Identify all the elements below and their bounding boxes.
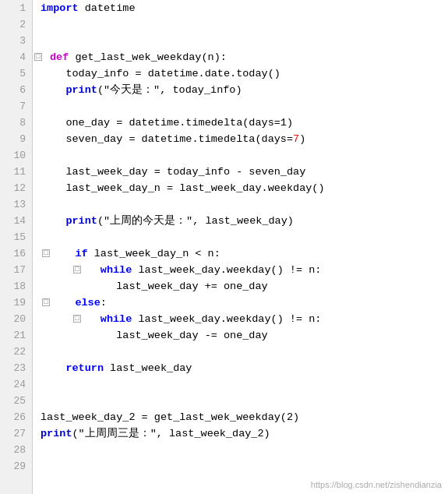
line-num-18: 18 (0, 278, 32, 295)
line-num-25: 25 (0, 393, 32, 409)
code-line-1: import datetime (33, 0, 448, 16)
line-num-15: 15 (0, 229, 32, 245)
code-line-24 (33, 376, 448, 393)
line-num-28: 28 (0, 442, 32, 458)
keyword-print-6: print (65, 84, 97, 96)
fold-icon-16[interactable]: □ (42, 249, 50, 257)
code-line-25 (33, 393, 448, 409)
line-numbers: 1 2 3 4 5 6 7 8 9 10 11 12 13 14 15 16 1… (0, 0, 33, 494)
line-num-9: 9 (0, 131, 32, 147)
keyword-print-14: print (65, 215, 97, 227)
line-num-21: 21 (0, 327, 32, 344)
code-line-29 (33, 458, 448, 475)
line-num-4: 4 (0, 49, 32, 65)
line-num-16: 16 (0, 245, 32, 262)
line-num-1: 1 (0, 0, 32, 16)
keyword-if: if (75, 248, 87, 259)
number-7: 7 (293, 133, 299, 145)
line-num-20: 20 (0, 311, 32, 327)
line-num-10: 10 (0, 147, 32, 164)
line-num-2: 2 (0, 16, 32, 33)
keyword-else: else (75, 297, 100, 309)
code-line-16: □ if last_week_day_n < n: (33, 245, 448, 262)
code-line-15 (33, 229, 448, 245)
keyword-while-20: while (101, 313, 132, 325)
code-line-5: today_info = datetime.date.today() (33, 65, 448, 82)
line-num-14: 14 (0, 213, 32, 229)
code-line-3 (33, 33, 448, 49)
line-num-7: 7 (0, 98, 32, 115)
code-line-2 (33, 16, 448, 33)
fold-icon-19[interactable]: □ (42, 298, 50, 306)
line-num-13: 13 (0, 196, 32, 213)
code-line-6: print("今天是：", today_info) (33, 82, 448, 98)
line-num-12: 12 (0, 180, 32, 196)
fold-icon-4[interactable]: □ (34, 53, 42, 61)
code-editor: 1 2 3 4 5 6 7 8 9 10 11 12 13 14 15 16 1… (0, 0, 448, 494)
code-line-20: □ while last_week_day.weekday() != n: (33, 311, 448, 327)
code-line-7 (33, 98, 448, 115)
line-num-22: 22 (0, 344, 32, 360)
code-line-11: last_week_day = today_info - seven_day (33, 164, 448, 180)
code-line-26: last_week_day_2 = get_last_wek_weekday(2… (33, 409, 448, 425)
code-line-13 (33, 196, 448, 213)
line-num-19: 19 (0, 295, 32, 311)
code-line-27: print("上周周三是：", last_week_day_2) (33, 425, 448, 442)
line-num-3: 3 (0, 33, 32, 49)
code-line-19: □ else: (33, 295, 448, 311)
line-num-26: 26 (0, 409, 32, 425)
line-num-5: 5 (0, 65, 32, 82)
keyword-while-17: while (101, 264, 132, 276)
line-num-11: 11 (0, 164, 32, 180)
keyword-return: return (65, 362, 104, 374)
code-line-21: last_week_day -= one_day (33, 327, 448, 344)
code-line-18: last_week_day += one_day (33, 278, 448, 295)
fold-icon-17[interactable]: □ (73, 266, 81, 273)
line-num-29: 29 (0, 458, 32, 475)
line-num-23: 23 (0, 360, 32, 376)
code-line-8: one_day = datetime.timedelta(days=1) (33, 115, 448, 131)
code-line-22 (33, 344, 448, 360)
line-num-27: 27 (0, 425, 32, 442)
keyword-print-27: print (41, 428, 72, 439)
line-num-24: 24 (0, 376, 32, 393)
code-area: import datetime □def get_last_wek_weekda… (33, 0, 448, 494)
code-line-4: □def get_last_wek_weekday(n): (33, 49, 448, 65)
fold-icon-20[interactable]: □ (73, 315, 81, 323)
keyword-def: def (50, 51, 69, 63)
code-line-28 (33, 442, 448, 458)
line-num-17: 17 (0, 262, 32, 278)
line-num-8: 8 (0, 115, 32, 131)
code-line-9: seven_day = datetime.timedelta(days=7) (33, 131, 448, 147)
watermark: https://blog.csdn.net/zishendianzia (311, 480, 442, 489)
code-line-17: □ while last_week_day.weekday() != n: (33, 262, 448, 278)
code-line-23: return last_week_day (33, 360, 448, 376)
keyword-import: import (41, 2, 79, 14)
code-line-14: print("上周的今天是：", last_week_day) (33, 213, 448, 229)
code-line-10 (33, 147, 448, 164)
code-line-12: last_week_day_n = last_week_day.weekday(… (33, 180, 448, 196)
line-num-6: 6 (0, 82, 32, 98)
